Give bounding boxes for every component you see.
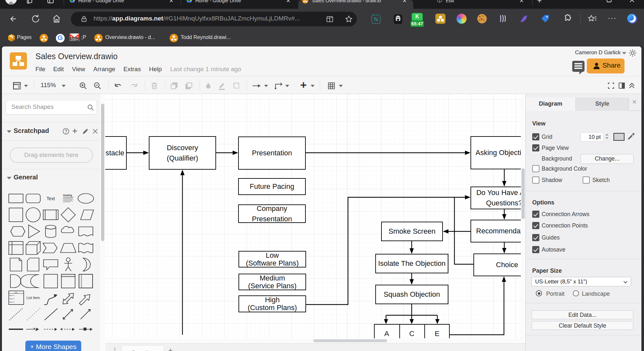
svg-text:Item 3: Item 3: [9, 301, 14, 303]
svg-text:List Item: List Item: [26, 296, 40, 300]
svg-text:Heading: Heading: [63, 194, 72, 197]
svg-text:Text: Text: [46, 196, 55, 201]
svg-text:List: List: [15, 292, 18, 293]
svg-text:Item 1: Item 1: [9, 294, 14, 296]
svg-text:Item 2: Item 2: [9, 298, 14, 300]
svg-text:N: N: [374, 17, 378, 22]
